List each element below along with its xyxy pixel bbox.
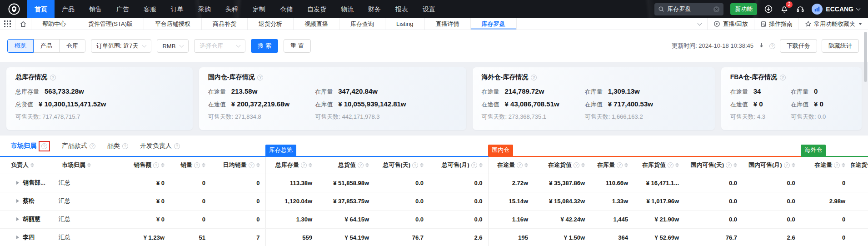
sort-carets-icon[interactable] [733,163,737,167]
sort-carets-icon[interactable] [479,163,483,167]
column-help-icon[interactable]: ? [358,162,364,168]
view-button-概览[interactable]: 概览 [7,39,34,53]
column-help-icon[interactable]: ? [726,162,732,168]
sort-carets-icon[interactable] [30,163,34,167]
refresh-download-arrow-icon[interactable] [758,42,765,50]
menu-item-物流[interactable]: 物流 [334,0,361,18]
menu-item-采购[interactable]: 采购 [191,0,218,18]
workspace-tab-直播详情[interactable]: 直播详情 [425,18,471,30]
menu-item-头程[interactable]: 头程 [218,0,245,18]
view-button-仓库[interactable]: 仓库 [59,39,85,53]
notifications-bell-icon[interactable]: 2 [780,5,789,14]
workspace-tab-帮助中心[interactable]: 帮助中心 [31,18,77,30]
menu-item-产品[interactable]: 产品 [55,0,82,18]
sort-carets-icon[interactable] [792,163,795,167]
sort-carets-icon[interactable] [202,163,205,167]
menu-item-仓储[interactable]: 仓储 [273,0,300,18]
column-help-icon[interactable]: ? [834,162,840,168]
account-menu[interactable]: ECCANG [812,4,860,15]
table-tab-产品款式[interactable]: 产品款式? [62,142,95,150]
table-tab-品类[interactable]: 品类? [107,142,128,150]
clear-search-icon[interactable] [713,6,720,13]
column-help-icon[interactable]: ? [412,162,418,168]
card-help-icon[interactable]: ? [257,75,263,80]
sort-carets-icon[interactable] [624,163,628,167]
workspace-tab-库存罗盘[interactable]: 库存罗盘 [471,18,517,30]
column-help-icon[interactable]: ? [517,162,523,168]
column-help-icon[interactable]: ? [194,162,200,168]
sort-carets-icon[interactable] [365,163,369,167]
vertical-scrollbar[interactable] [864,32,867,82]
column-help-icon[interactable]: ? [784,162,790,168]
column-help-icon[interactable]: ? [471,162,477,168]
column-header-国内可售(月)[interactable]: 国内可售(月)? [743,156,801,174]
column-header-在途货值[interactable]: 在途货值? [851,156,868,174]
download-center-icon[interactable] [764,5,773,14]
menu-item-设置[interactable]: 设置 [415,0,443,18]
search-button[interactable]: 搜 索 [251,39,278,53]
currency-select[interactable]: RMB [157,39,189,53]
hide-stats-button[interactable]: 隐藏统计 [822,39,859,53]
column-header-总货值[interactable]: 总货值? [318,156,374,174]
table-tab-开发负责人[interactable]: 开发负责人? [140,142,180,150]
tab-help-icon[interactable]: ? [90,143,95,149]
reset-button[interactable]: 重 置 [284,39,311,53]
column-header-日均销量[interactable]: 日均销量? [211,156,265,174]
sort-carets-icon[interactable] [675,163,679,167]
live-replay-link[interactable]: 直播/回放 [707,18,754,30]
workspace-tab-Listing[interactable]: Listing [385,18,425,30]
sort-carets-icon[interactable] [581,163,585,167]
guide-link[interactable]: 操作指南 [754,18,798,30]
sort-carets-icon[interactable] [87,163,91,167]
column-header-在途量[interactable]: 在途量? [801,156,851,174]
table-tab-市场归属[interactable]: 市场归属? [11,142,50,150]
expand-row-caret[interactable] [16,236,19,239]
support-headset-icon[interactable] [796,5,805,14]
owner-name[interactable]: 李四 [23,233,35,241]
sort-carets-icon[interactable] [842,163,845,167]
new-feature-button[interactable]: 新功能 [730,3,757,15]
column-header-负责人[interactable]: 负责人 [0,156,56,174]
order-range-select[interactable]: 订单范围: 近7天 [91,39,151,53]
column-help-icon[interactable]: ? [249,162,254,168]
workspace-tab-商品补货[interactable]: 商品补货 [202,18,248,30]
workspace-tab-退货分析[interactable]: 退货分析 [248,18,294,30]
column-help-icon[interactable]: ? [574,162,579,168]
app-logo-icon[interactable] [8,3,20,15]
menu-item-自发货[interactable]: 自发货 [300,0,334,18]
sort-carets-icon[interactable] [256,163,260,167]
workspace-tab-视频直播[interactable]: 视频直播 [294,18,339,30]
workspace-tab-平台店铺授权[interactable]: 平台店铺授权 [144,18,202,30]
favorites-link[interactable]: 常用功能收藏夹 [798,18,868,30]
menu-item-首页[interactable]: 首页 [27,0,55,18]
column-header-总可售(天)[interactable]: 总可售(天)? [374,156,429,174]
column-header-在途货值[interactable]: 在途货值? [534,156,590,174]
column-header-销售额[interactable]: 销售额? [118,156,170,174]
column-header-在库货值[interactable]: 在库货值? [634,156,684,174]
column-header-销量[interactable]: 销量? [170,156,211,174]
sort-carets-icon[interactable] [420,163,424,167]
home-icon[interactable] [15,18,31,30]
card-help-icon[interactable]: ? [531,75,537,80]
workspace-tab-库存查询[interactable]: 库存查询 [339,18,385,30]
global-search-input[interactable]: 库存罗盘 [654,3,723,15]
column-header-总可售(月)[interactable]: 总可售(月)? [429,156,488,174]
sort-carets-icon[interactable] [161,163,165,167]
view-button-产品[interactable]: 产品 [33,39,60,53]
column-help-icon[interactable]: ? [153,162,159,168]
workspace-tab-货件管理(STA)版[interactable]: 货件管理(STA)版 [77,18,144,30]
menu-item-报表[interactable]: 报表 [388,0,415,18]
column-help-icon[interactable]: ? [668,162,673,168]
column-header-国内可售(天)[interactable]: 国内可售(天)? [684,156,743,174]
menu-item-财务[interactable]: 财务 [361,0,388,18]
menu-item-客服[interactable]: 客服 [136,0,164,18]
owner-name[interactable]: 胡丽慧 [23,215,40,223]
menu-item-销售[interactable]: 销售 [82,0,109,18]
menu-item-定制[interactable]: 定制 [245,0,273,18]
update-help-icon[interactable]: ? [769,43,775,49]
expand-row-caret[interactable] [16,181,19,185]
owner-name[interactable]: 蔡松 [23,197,35,205]
apps-grid-icon[interactable] [0,18,15,30]
tab-help-icon[interactable]: ? [122,143,128,149]
column-help-icon[interactable]: ? [617,162,623,168]
